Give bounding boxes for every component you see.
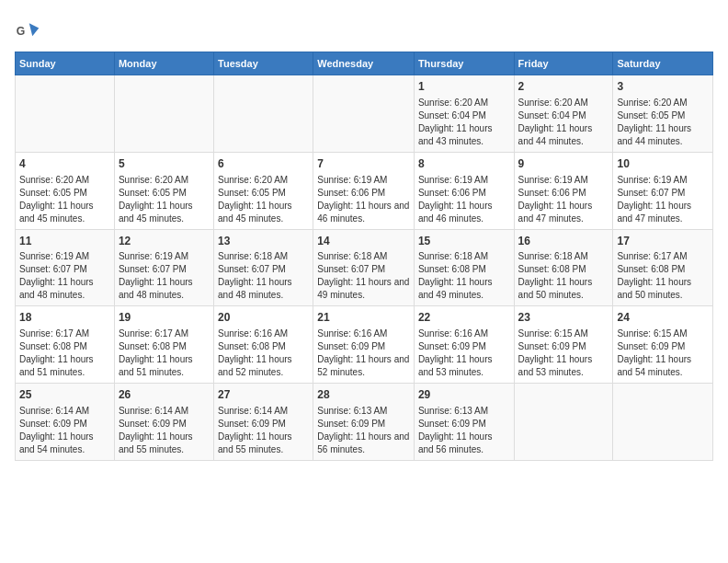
day-info: Sunset: 6:09 PM xyxy=(218,418,309,431)
calendar-cell: 6Sunrise: 6:20 AMSunset: 6:05 PMDaylight… xyxy=(214,152,313,229)
day-info: Sunset: 6:08 PM xyxy=(518,263,609,276)
day-number: 28 xyxy=(317,387,410,403)
day-info: Daylight: 11 hours and 45 minutes. xyxy=(119,200,210,225)
day-number: 19 xyxy=(119,310,210,326)
day-info: Sunset: 6:08 PM xyxy=(418,263,510,276)
calendar-cell: 27Sunrise: 6:14 AMSunset: 6:09 PMDayligh… xyxy=(214,384,313,461)
calendar-cell: 15Sunrise: 6:18 AMSunset: 6:08 PMDayligh… xyxy=(414,229,514,306)
calendar-cell: 1Sunrise: 6:20 AMSunset: 6:04 PMDaylight… xyxy=(414,75,514,153)
day-info: Sunset: 6:06 PM xyxy=(418,187,510,200)
day-info: Sunrise: 6:15 AM xyxy=(617,327,709,340)
day-number: 20 xyxy=(218,310,309,326)
day-info: Sunrise: 6:19 AM xyxy=(617,174,709,187)
calendar-cell: 22Sunrise: 6:16 AMSunset: 6:09 PMDayligh… xyxy=(414,306,514,384)
day-number: 2 xyxy=(518,79,609,95)
day-info: Sunset: 6:05 PM xyxy=(119,187,210,200)
column-header-monday: Monday xyxy=(114,52,213,75)
column-header-saturday: Saturday xyxy=(613,52,713,75)
day-info: Sunrise: 6:18 AM xyxy=(218,250,309,263)
calendar-week-row: 4Sunrise: 6:20 AMSunset: 6:05 PMDaylight… xyxy=(16,152,713,229)
day-info: Sunrise: 6:14 AM xyxy=(218,405,309,418)
calendar-cell xyxy=(613,384,713,461)
column-header-wednesday: Wednesday xyxy=(313,52,415,75)
day-info: Daylight: 11 hours and 50 minutes. xyxy=(617,276,709,302)
calendar-header-row: SundayMondayTuesdayWednesdayThursdayFrid… xyxy=(16,52,713,75)
day-info: Sunrise: 6:13 AM xyxy=(317,405,410,418)
day-info: Daylight: 11 hours and 55 minutes. xyxy=(119,431,210,456)
day-info: Daylight: 11 hours and 52 minutes. xyxy=(218,353,309,379)
day-info: Sunset: 6:08 PM xyxy=(119,340,210,353)
day-info: Sunset: 6:07 PM xyxy=(218,263,309,276)
day-info: Sunrise: 6:16 AM xyxy=(418,327,510,340)
day-info: Sunrise: 6:18 AM xyxy=(518,250,609,263)
day-info: Sunrise: 6:16 AM xyxy=(218,327,309,340)
day-number: 7 xyxy=(317,156,410,172)
day-info: Daylight: 11 hours and 46 minutes. xyxy=(317,200,410,225)
day-info: Sunrise: 6:14 AM xyxy=(119,405,210,418)
column-header-friday: Friday xyxy=(514,52,613,75)
day-info: Sunrise: 6:19 AM xyxy=(518,174,609,187)
calendar-cell: 20Sunrise: 6:16 AMSunset: 6:08 PMDayligh… xyxy=(214,306,313,384)
day-info: Sunset: 6:05 PM xyxy=(218,187,309,200)
header: G xyxy=(15,15,713,44)
calendar-cell: 9Sunrise: 6:19 AMSunset: 6:06 PMDaylight… xyxy=(514,152,613,229)
day-number: 18 xyxy=(19,310,110,326)
day-number: 27 xyxy=(218,387,309,403)
calendar-cell xyxy=(16,75,115,153)
day-info: Sunset: 6:04 PM xyxy=(518,109,609,122)
day-number: 13 xyxy=(218,234,309,249)
day-number: 4 xyxy=(19,156,110,172)
day-info: Sunrise: 6:20 AM xyxy=(19,174,110,187)
day-info: Sunset: 6:05 PM xyxy=(617,109,709,122)
day-info: Daylight: 11 hours and 53 minutes. xyxy=(518,353,609,379)
day-info: Sunset: 6:09 PM xyxy=(617,340,709,353)
day-info: Daylight: 11 hours and 45 minutes. xyxy=(19,200,110,225)
calendar-cell: 2Sunrise: 6:20 AMSunset: 6:04 PMDaylight… xyxy=(514,75,613,153)
day-info: Sunrise: 6:20 AM xyxy=(119,174,210,187)
day-info: Daylight: 11 hours and 44 minutes. xyxy=(617,122,709,148)
day-info: Daylight: 11 hours and 43 minutes. xyxy=(418,122,510,148)
day-number: 21 xyxy=(317,310,410,326)
day-info: Sunrise: 6:15 AM xyxy=(518,327,609,340)
day-info: Sunset: 6:07 PM xyxy=(119,263,210,276)
day-number: 3 xyxy=(617,79,709,95)
calendar-cell: 12Sunrise: 6:19 AMSunset: 6:07 PMDayligh… xyxy=(114,229,213,306)
calendar-cell: 5Sunrise: 6:20 AMSunset: 6:05 PMDaylight… xyxy=(114,152,213,229)
day-number: 1 xyxy=(418,79,510,95)
calendar-cell: 13Sunrise: 6:18 AMSunset: 6:07 PMDayligh… xyxy=(214,229,313,306)
day-info: Daylight: 11 hours and 46 minutes. xyxy=(418,200,510,225)
day-info: Sunset: 6:08 PM xyxy=(218,340,309,353)
day-info: Sunset: 6:09 PM xyxy=(317,340,410,353)
day-number: 15 xyxy=(418,234,510,249)
day-info: Daylight: 11 hours and 53 minutes. xyxy=(418,353,510,379)
day-info: Daylight: 11 hours and 47 minutes. xyxy=(518,200,609,225)
day-info: Sunrise: 6:20 AM xyxy=(218,174,309,187)
day-info: Sunset: 6:08 PM xyxy=(19,340,110,353)
day-info: Sunrise: 6:20 AM xyxy=(518,97,609,109)
column-header-thursday: Thursday xyxy=(414,52,514,75)
day-number: 17 xyxy=(617,234,709,249)
day-number: 25 xyxy=(19,387,110,403)
day-info: Daylight: 11 hours and 47 minutes. xyxy=(617,200,709,225)
day-info: Sunrise: 6:19 AM xyxy=(119,250,210,263)
day-info: Daylight: 11 hours and 56 minutes. xyxy=(418,431,510,456)
svg-marker-1 xyxy=(29,23,40,36)
day-info: Sunrise: 6:13 AM xyxy=(418,405,510,418)
day-info: Sunset: 6:09 PM xyxy=(418,418,510,431)
calendar-cell: 28Sunrise: 6:13 AMSunset: 6:09 PMDayligh… xyxy=(313,384,415,461)
day-info: Daylight: 11 hours and 49 minutes. xyxy=(317,276,410,302)
day-info: Sunrise: 6:19 AM xyxy=(418,174,510,187)
day-info: Daylight: 11 hours and 50 minutes. xyxy=(518,276,609,302)
day-info: Daylight: 11 hours and 49 minutes. xyxy=(418,276,510,302)
day-number: 26 xyxy=(119,387,210,403)
calendar-cell: 10Sunrise: 6:19 AMSunset: 6:07 PMDayligh… xyxy=(613,152,713,229)
day-info: Daylight: 11 hours and 51 minutes. xyxy=(119,353,210,379)
day-info: Sunrise: 6:17 AM xyxy=(617,250,709,263)
day-info: Daylight: 11 hours and 54 minutes. xyxy=(19,431,110,456)
column-header-tuesday: Tuesday xyxy=(214,52,313,75)
day-info: Sunset: 6:09 PM xyxy=(119,418,210,431)
day-info: Sunset: 6:09 PM xyxy=(19,418,110,431)
calendar-cell: 11Sunrise: 6:19 AMSunset: 6:07 PMDayligh… xyxy=(16,229,115,306)
calendar-cell xyxy=(514,384,613,461)
calendar-cell: 7Sunrise: 6:19 AMSunset: 6:06 PMDaylight… xyxy=(313,152,415,229)
